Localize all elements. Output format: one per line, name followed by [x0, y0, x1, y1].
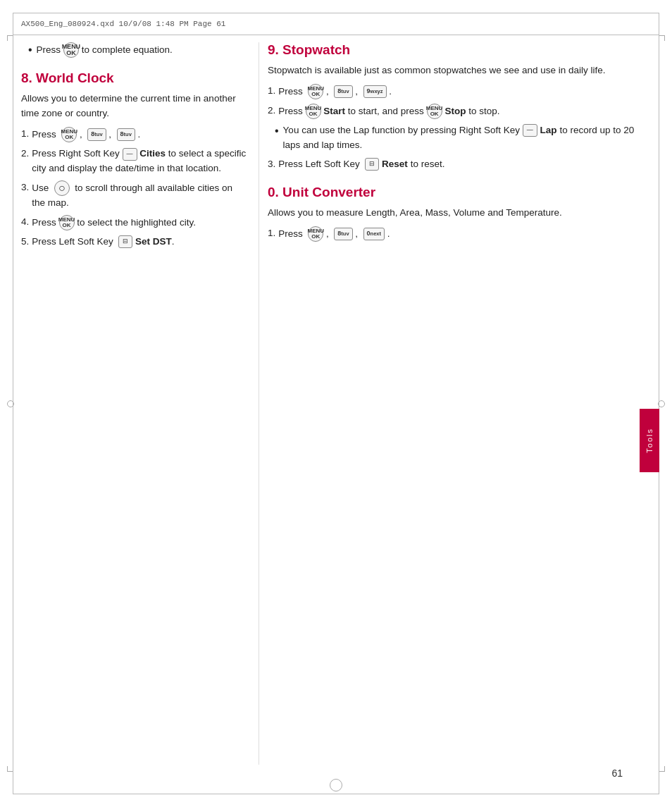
corner-bl [7, 766, 13, 772]
world-clock-step3: 3. Use ○ to scroll through all available… [21, 180, 247, 211]
uc-step-num-1: 1. [268, 226, 275, 242]
right-soft-key-2: — [123, 148, 137, 161]
sw-step3-content: Press Left Soft Key ⊟ Reset to reset. [278, 157, 638, 172]
key-0next-uc1: 0 next [363, 228, 385, 240]
stopwatch-step1: 1. Press MENUOK , 8 tuv , 9 wxyz . [268, 84, 638, 99]
stopwatch-step3: 3. Press Left Soft Key ⊟ Reset to reset. [268, 157, 638, 172]
nav-key-3: ○ [54, 180, 70, 196]
page-number: 61 [611, 768, 623, 779]
corner-tr [659, 35, 665, 41]
bottom-reg-circle [330, 779, 342, 791]
bullet-dot: • [28, 42, 32, 58]
right-reg-circle [658, 400, 665, 407]
stopwatch-bullet: • You can use the Lap function by pressi… [275, 123, 638, 153]
cities-label: Cities [139, 148, 166, 159]
step1-content: Press MENUOK , 8 tuv , 8 tuv . [32, 127, 247, 142]
sw-step2-content: Press MENUOK Start to start, and press M… [278, 104, 638, 119]
step-num-5: 5. [21, 235, 29, 250]
right-column: 9. Stopwatch Stopwatch is available just… [268, 42, 638, 765]
sw-step-num-1: 1. [268, 84, 275, 99]
key-8tuv-uc1: 8 tuv [334, 228, 352, 240]
content-area: • Press MENUOK to complete equation. 8. … [21, 42, 638, 765]
corner-br [659, 766, 665, 772]
header-text: AX500_Eng_080924.qxd 10/9/08 1:48 PM Pag… [21, 20, 225, 28]
step2-content: Press Right Soft Key — Cities to select … [32, 147, 247, 176]
key-8tuv-1: 8 tuv [87, 128, 106, 141]
intro-bullet: • Press MENUOK to complete equation. [28, 42, 247, 58]
sw-bullet-dot: • [275, 123, 279, 153]
start-label: Start [323, 105, 345, 116]
stopwatch-step2: 2. Press MENUOK Start to start, and pres… [268, 104, 638, 119]
step4-content: Press MENUOK to select the highlighted c… [32, 215, 247, 230]
menu-ok-key-sw2b: MENUOK [427, 104, 442, 119]
side-tab-label: Tools [645, 428, 654, 453]
menu-ok-key-sw2a: MENUOK [306, 104, 321, 119]
set-dst-label: Set DST [135, 236, 172, 247]
world-clock-step2: 2. Press Right Soft Key — Cities to sele… [21, 147, 247, 176]
menu-ok-key-4: MENUOK [59, 215, 75, 230]
reset-label: Reset [382, 159, 408, 169]
world-clock-step1: 1. Press MENUOK , 8 tuv , 8 tuv . [21, 127, 247, 142]
world-clock-step5: 5. Press Left Soft Key ⊟ Set DST. [21, 235, 247, 250]
header-bar: AX500_Eng_080924.qxd 10/9/08 1:48 PM Pag… [13, 13, 659, 35]
right-soft-key-lap: — [523, 124, 537, 137]
sw-bullet-text: You can use the Lap function by pressing… [283, 123, 638, 153]
menu-ok-key-uc1: MENUOK [308, 226, 323, 242]
stop-label: Stop [444, 105, 466, 116]
corner-tl [7, 35, 13, 41]
unit-converter-description: Allows you to measure Length, Area, Mass… [268, 206, 638, 221]
step-num-1: 1. [21, 127, 29, 142]
step-num-2: 2. [21, 147, 29, 176]
step-num-4: 4. [21, 215, 29, 230]
section-stopwatch-heading: 9. Stopwatch [268, 42, 638, 58]
section-world-clock-heading: 8. World Clock [21, 70, 247, 86]
world-clock-description: Allows you to determine the current time… [21, 92, 247, 121]
key-8tuv-2: 8 tuv [117, 128, 135, 141]
key-9wxyz-sw1: 9 wxyz [363, 85, 387, 98]
side-tab: Tools [640, 409, 659, 472]
stopwatch-description: Stopwatch is available just as common st… [268, 63, 638, 78]
menu-ok-key-intro: MENUOK [63, 42, 79, 58]
left-soft-key-reset: ⊟ [365, 158, 379, 171]
left-column: • Press MENUOK to complete equation. 8. … [21, 42, 247, 765]
lap-label: Lap [540, 125, 557, 135]
left-soft-key-5: ⊟ [118, 235, 132, 248]
menu-ok-key-sw1: MENUOK [308, 84, 323, 99]
left-reg-circle [7, 400, 14, 407]
unit-converter-step1: 1. Press MENUOK , 8 tuv , 0 next . [268, 226, 638, 242]
sw-step-num-2: 2. [268, 104, 275, 119]
step-num-3: 3. [21, 180, 29, 211]
sw-step-num-3: 3. [268, 157, 275, 172]
sw-step1-content: Press MENUOK , 8 tuv , 9 wxyz . [278, 84, 638, 99]
world-clock-step4: 4. Press MENUOK to select the highlighte… [21, 215, 247, 230]
step3-content: Use ○ to scroll through all available ci… [32, 180, 247, 211]
menu-ok-key-1: MENUOK [61, 127, 77, 142]
uc-step1-content: Press MENUOK , 8 tuv , 0 next . [278, 226, 638, 242]
step5-content: Press Left Soft Key ⊟ Set DST. [32, 235, 247, 250]
intro-bullet-text: Press MENUOK to complete equation. [37, 42, 247, 58]
key-8tuv-sw1: 8 tuv [334, 85, 352, 98]
section-unit-converter-heading: 0. Unit Converter [268, 185, 638, 200]
